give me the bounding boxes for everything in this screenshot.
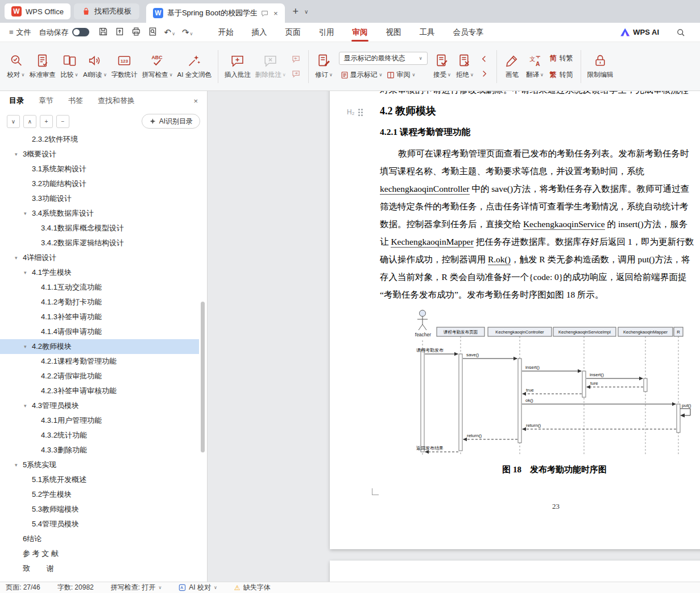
simplified-to-traditional-button[interactable]: 简转繁: [548, 52, 575, 64]
missing-font-warning[interactable]: ⚠缺失字体: [234, 583, 271, 592]
save-button[interactable]: [98, 27, 108, 38]
toc-item[interactable]: 5.1系统开发概述: [0, 472, 199, 487]
toc-item[interactable]: 4.3.3删除功能: [0, 443, 199, 458]
toc-item[interactable]: 2.3.2软件环境: [0, 132, 199, 147]
toc-item[interactable]: 4.3.1用户管理功能: [0, 413, 199, 428]
collapse-level-button[interactable]: ∨: [7, 115, 20, 128]
next-comment-button[interactable]: [290, 69, 303, 79]
menu-tab-工具[interactable]: 工具: [410, 23, 444, 42]
ai-recognize-toc-button[interactable]: AI识别目录: [142, 114, 200, 129]
traditional-to-simplified-button[interactable]: 繁转简: [548, 69, 575, 81]
redo-button[interactable]: ↷∨: [182, 27, 193, 38]
toc-item[interactable]: ▾3.4系统数据库设计: [0, 206, 199, 221]
menu-tab-引用[interactable]: 引用: [309, 23, 343, 42]
toc-item[interactable]: 参 考 文 献: [0, 546, 199, 561]
sidebar-tab-查找和替换[interactable]: 查找和替换: [98, 96, 135, 106]
toc-item[interactable]: 3.3功能设计: [0, 191, 199, 206]
heading-drag-handle[interactable]: H₂: [347, 108, 360, 116]
show-markup-button[interactable]: 显示标记∨: [339, 69, 384, 81]
toc-item[interactable]: 3.4.2数据库逻辑结构设计: [0, 236, 199, 250]
toc-item[interactable]: 4.2.3补签申请审核功能: [0, 384, 199, 398]
standard-review-button[interactable]: 标准审查: [27, 51, 58, 81]
collapse-all-button[interactable]: −: [56, 115, 69, 128]
undo-button[interactable]: ↶∨: [164, 27, 175, 38]
autosave-toggle[interactable]: [72, 28, 89, 36]
toc-expand-arrow-icon[interactable]: ▾: [15, 151, 23, 157]
prev-change-button[interactable]: [478, 54, 491, 64]
reject-button[interactable]: 拒绝∨: [454, 51, 477, 81]
toc-item[interactable]: ▾5系统实现: [0, 458, 199, 472]
sidebar-tab-书签[interactable]: 书签: [68, 96, 83, 106]
insert-comment-button[interactable]: 插入批注: [222, 51, 253, 81]
toc-expand-arrow-icon[interactable]: ▾: [24, 403, 32, 409]
toc-item[interactable]: 5.4管理员模块: [0, 517, 199, 532]
document-area[interactable]: 对未审核的申请进行修改或删除。申请结果通过系统反馈给学生，完成审核流程 H₂ 4…: [208, 91, 700, 582]
menu-tab-视图[interactable]: 视图: [376, 23, 410, 42]
toc-item[interactable]: 3.1系统架构设计: [0, 162, 199, 176]
export-button[interactable]: [115, 27, 125, 38]
toc-item[interactable]: 4.3.2统计功能: [0, 428, 199, 443]
delete-comment-button[interactable]: 删除批注∨: [253, 51, 288, 81]
tab-list-caret[interactable]: ∨: [304, 9, 308, 15]
expand-all-button[interactable]: +: [40, 115, 53, 128]
prev-comment-button[interactable]: [290, 54, 303, 64]
compare-button[interactable]: 比较∨: [58, 51, 81, 81]
docer-template-tab[interactable]: 找稻壳模板: [74, 3, 139, 19]
translate-button[interactable]: 文A翻译∨: [524, 51, 546, 81]
ai-proofread-status[interactable]: AI 校对∨: [179, 583, 217, 592]
document-tab[interactable]: W 基于Spring Boot的校园学生 ×: [146, 3, 285, 23]
next-change-button[interactable]: [478, 69, 491, 79]
wps-ai-button[interactable]: WPS AI: [620, 28, 659, 36]
sidebar-scrollbar[interactable]: [201, 302, 205, 452]
accept-button[interactable]: 接受∨: [431, 51, 454, 81]
toc-item[interactable]: 4.2.2请假审批功能: [0, 369, 199, 384]
markup-state-combobox[interactable]: 显示标记的最终状态∨: [339, 52, 428, 65]
toc-item[interactable]: 5.2学生模块: [0, 487, 199, 502]
review-pane-button[interactable]: 审阅∨: [385, 69, 417, 81]
toc-item[interactable]: ▾4.2教师模块: [0, 339, 199, 354]
toc-item[interactable]: 3.2功能结构设计: [0, 176, 199, 191]
sidebar-tab-目录[interactable]: 目录: [9, 96, 24, 106]
toc-expand-arrow-icon[interactable]: ▾: [24, 211, 32, 216]
toc-expand-arrow-icon[interactable]: ▾: [24, 270, 32, 275]
toc-item[interactable]: ▾3概要设计: [0, 147, 199, 162]
toc-item[interactable]: 4.1.2考勤打卡功能: [0, 295, 199, 310]
toc-item[interactable]: 致 谢: [0, 561, 199, 576]
sidebar-close-icon[interactable]: ×: [193, 97, 198, 105]
toc-item[interactable]: ▾4.1学生模块: [0, 265, 199, 280]
toc-item[interactable]: 4.1.3补签申请功能: [0, 310, 199, 324]
new-tab-button[interactable]: +: [293, 6, 299, 18]
toc-item[interactable]: 3.4.1数据库概念模型设计: [0, 221, 199, 236]
file-menu-button[interactable]: ≡ 文件: [3, 23, 37, 42]
toc-expand-arrow-icon[interactable]: ▾: [24, 344, 32, 349]
word-count-button[interactable]: 123字数统计: [109, 51, 140, 81]
spell-check-button[interactable]: ABC拼写检查∨: [140, 51, 175, 81]
track-changes-button[interactable]: 修订∨: [313, 51, 335, 81]
restrict-editing-button[interactable]: 限制编辑: [585, 51, 616, 81]
document-page[interactable]: 对未审核的申请进行修改或删除。申请结果通过系统反馈给学生，完成审核流程 H₂ 4…: [330, 91, 700, 549]
print-preview-button[interactable]: [148, 27, 158, 38]
toc-item[interactable]: 5.3教师端模块: [0, 502, 199, 517]
toc-item[interactable]: 6结论: [0, 532, 199, 546]
expand-level-button[interactable]: ∧: [23, 115, 36, 128]
toc-item[interactable]: ▾4详细设计: [0, 250, 199, 265]
toc-expand-arrow-icon[interactable]: ▾: [15, 462, 23, 468]
ai-polish-button[interactable]: AI 全文润色: [175, 51, 214, 81]
print-button[interactable]: [131, 27, 141, 38]
menu-tab-审阅[interactable]: 审阅: [343, 23, 376, 42]
tab-close-icon[interactable]: ×: [274, 9, 278, 18]
toc-expand-arrow-icon[interactable]: ▾: [15, 255, 23, 261]
proofread-button[interactable]: 校对∨: [5, 51, 27, 81]
toc-item[interactable]: 4.1.4请假申请功能: [0, 324, 199, 339]
ink-pen-button[interactable]: 画笔: [501, 51, 524, 81]
ai-read-button[interactable]: AI朗读∨: [81, 51, 109, 81]
sidebar-tab-章节[interactable]: 章节: [39, 96, 53, 106]
toc-item[interactable]: ▾4.3管理员模块: [0, 398, 199, 413]
wps-office-tab[interactable]: W WPS Office: [5, 3, 71, 19]
search-icon[interactable]: [676, 28, 685, 37]
menu-tab-会员专享[interactable]: 会员专享: [444, 23, 492, 42]
menu-tab-开始[interactable]: 开始: [209, 23, 242, 42]
menu-tab-页面[interactable]: 页面: [276, 23, 309, 42]
menu-tab-插入[interactable]: 插入: [242, 23, 276, 42]
toc-item[interactable]: 4.2.1课程考勤管理功能: [0, 354, 199, 369]
